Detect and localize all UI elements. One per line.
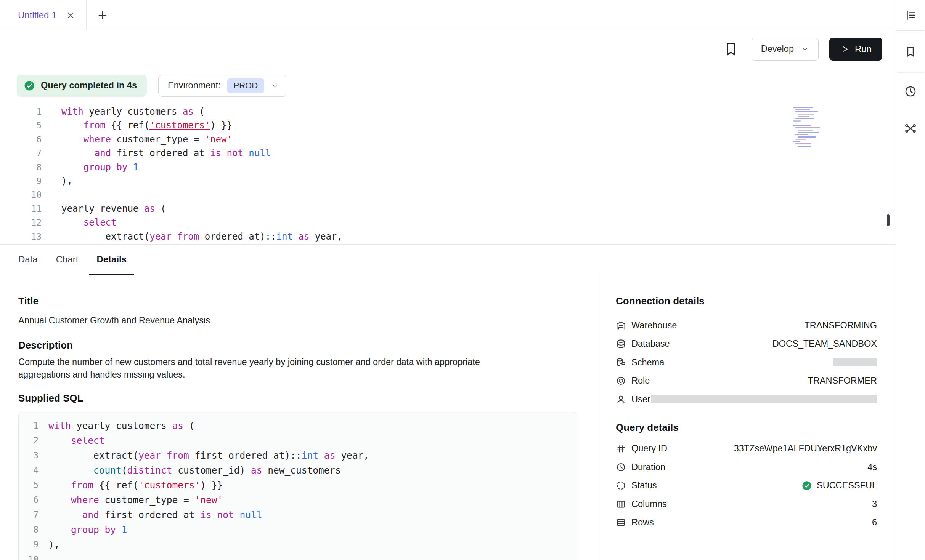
- code-line: 9),: [19, 537, 577, 552]
- line-number: 1: [0, 105, 42, 118]
- token-pl: ordered_at)::: [199, 231, 276, 242]
- close-icon[interactable]: [66, 10, 75, 20]
- detail-label: Warehouse: [616, 320, 677, 331]
- description-heading: Description: [18, 339, 577, 351]
- token-pl: year,: [335, 450, 369, 461]
- token-pl: [127, 162, 133, 173]
- detail-row-duration: Duration4s: [616, 458, 877, 477]
- minimap-line: [795, 143, 811, 144]
- code-line: 9),: [0, 174, 896, 188]
- rail-button-lineage[interactable]: [896, 110, 925, 147]
- hash-icon: [616, 443, 626, 454]
- run-label: Run: [855, 44, 872, 54]
- tab-bar: Untitled 1: [0, 0, 896, 30]
- panel-list-icon: [904, 9, 917, 22]
- code-line: 4 count(distinct customer_id) as new_cus…: [19, 463, 577, 478]
- code-line: 6 where customer_type = 'new': [0, 133, 896, 146]
- run-button[interactable]: Run: [829, 38, 882, 61]
- detail-row-warehouse: WarehouseTRANSFORMING: [616, 316, 877, 335]
- line-number: 6: [0, 133, 42, 146]
- tab-data[interactable]: Data: [11, 245, 45, 275]
- line-number: 6: [19, 493, 39, 507]
- minimap-line: [793, 125, 811, 126]
- token-fn: count: [93, 465, 122, 476]
- editor-minimap[interactable]: [793, 107, 840, 148]
- detail-label-text: Rows: [631, 517, 654, 528]
- token-pl: customer_id): [172, 465, 251, 476]
- environment-label: Environment:: [168, 80, 220, 91]
- tab-chart[interactable]: Chart: [49, 245, 86, 275]
- rail-button-panel-list[interactable]: [896, 0, 925, 31]
- token-pl: [234, 509, 240, 520]
- line-number: 1: [19, 418, 39, 433]
- main-column: Untitled 1 Develop Run Query completed i…: [0, 0, 896, 560]
- token-kw: where: [84, 134, 111, 145]
- token-num: int: [276, 231, 293, 242]
- details-panel: Title Annual Customer Growth and Revenue…: [0, 275, 896, 560]
- environment-badge: PROD: [227, 78, 265, 93]
- token-pl: (: [183, 420, 195, 431]
- supplied-sql-heading: Supplied SQL: [18, 392, 577, 404]
- bookmark-button[interactable]: [723, 41, 739, 58]
- detail-value: DOCS_TEAM_SANDBOX: [772, 339, 877, 349]
- minimap-line: [798, 136, 816, 138]
- user-icon: [616, 394, 626, 405]
- check-circle-icon: [24, 80, 35, 91]
- minimap-line: [795, 139, 806, 140]
- token-kw: and: [82, 509, 99, 520]
- token-kw: as: [183, 106, 194, 117]
- token-pl: first_ordered_at: [111, 148, 210, 158]
- token-pl: yearly_revenue: [61, 203, 144, 214]
- token-pl: [48, 524, 71, 535]
- token-pl: [48, 480, 71, 491]
- bookmark-icon: [904, 45, 917, 58]
- code-text: where customer_type = 'new': [39, 493, 223, 507]
- role-icon: [616, 376, 626, 386]
- rail-button-bookmark[interactable]: [896, 31, 925, 73]
- new-tab-button[interactable]: [87, 0, 119, 30]
- environment-selector[interactable]: Environment: PROD: [158, 75, 286, 97]
- title-value: Annual Customer Growth and Revenue Analy…: [18, 315, 577, 326]
- line-number: 9: [19, 537, 39, 552]
- token-pl: first_ordered_at)::: [189, 450, 302, 461]
- detail-label: User: [616, 394, 650, 405]
- code-text: ),: [39, 537, 60, 552]
- tab-details[interactable]: Details: [89, 245, 134, 275]
- schema-icon: [616, 357, 626, 368]
- editor-scrollbar[interactable]: [887, 214, 890, 226]
- detail-label-text: Schema: [631, 357, 664, 368]
- plus-icon: [97, 10, 108, 21]
- token-kw: with: [61, 106, 84, 117]
- develop-dropdown[interactable]: Develop: [752, 38, 819, 61]
- rail-button-history[interactable]: [896, 73, 925, 110]
- rows-icon: [616, 517, 626, 528]
- token-pl: [61, 217, 84, 228]
- detail-label: Query ID: [616, 443, 667, 454]
- line-number: 8: [0, 160, 42, 174]
- sql-editor[interactable]: 1with yearly_customers as (5 from {{ ref…: [0, 104, 896, 245]
- token-kw: with: [48, 420, 71, 431]
- code-line: 8 group by 1: [19, 522, 577, 537]
- line-number: 3: [19, 448, 39, 463]
- token-pl: extract(: [61, 231, 149, 242]
- code-line: 10: [19, 552, 577, 560]
- details-left-column: Title Annual Customer Growth and Revenue…: [0, 275, 599, 560]
- detail-value: SUCCESSFUL: [801, 480, 877, 491]
- code-text: and first_ordered_at is not null: [39, 507, 262, 522]
- token-pl: [61, 134, 84, 145]
- token-num: 1: [133, 162, 138, 173]
- query-status-text: Query completed in 4s: [41, 80, 137, 91]
- detail-label-text: Query ID: [631, 443, 667, 454]
- minimap-line: [795, 118, 814, 119]
- code-text: select: [42, 216, 117, 229]
- line-number: 10: [19, 552, 39, 560]
- minimap-line: [795, 127, 820, 128]
- code-line: 12 select: [0, 216, 896, 229]
- token-pl: [48, 465, 93, 476]
- minimap-line: [795, 109, 810, 110]
- check-circle-icon: [801, 480, 812, 491]
- minimap-line: [793, 107, 813, 108]
- tab-untitled-1[interactable]: Untitled 1: [0, 0, 87, 30]
- token-pl: new_customers: [262, 465, 341, 476]
- minimap-line: [793, 141, 800, 142]
